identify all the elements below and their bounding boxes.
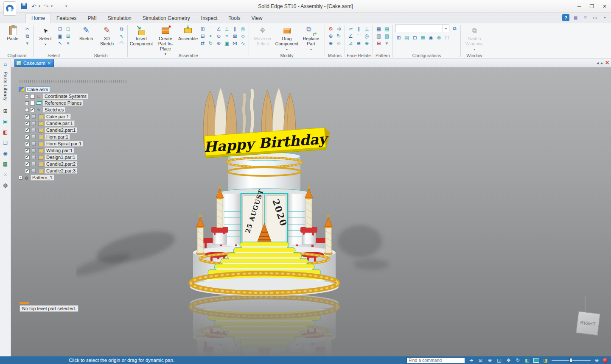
restore-button[interactable]: ❐ [586, 1, 598, 11]
visibility-checkbox[interactable] [25, 169, 30, 173]
tree-item-part[interactable]: Candle2.par:2 [25, 161, 126, 167]
tab-inspect[interactable]: Inspect [196, 14, 223, 23]
perpendicular-face-icon[interactable]: ⊥ [363, 25, 370, 32]
tree-item-label[interactable]: Candle2.par:1 [45, 127, 77, 133]
tree-item-reference-planes[interactable]: + Reference Planes [25, 100, 126, 106]
assemble-button[interactable]: Assemble [178, 25, 198, 42]
rotate-relation-icon[interactable]: ↻ [207, 40, 214, 47]
tree-item-label[interactable]: Cake.par:1 [45, 114, 71, 119]
select-visible-icon[interactable]: ◻ [64, 25, 72, 32]
swap-icon[interactable]: ⇄ [199, 40, 206, 47]
tab-scroll-left-icon[interactable]: ◂ [597, 61, 599, 65]
concentric-icon[interactable]: ◎ [239, 25, 247, 32]
pattern-circular-icon[interactable]: ▤ [383, 25, 390, 32]
move-on-select-button[interactable]: ✥ Move on Select [251, 25, 274, 47]
visibility-checkbox[interactable] [30, 108, 35, 112]
tab-simulation[interactable]: Simulation [102, 14, 137, 23]
axial-align-icon[interactable]: ⊙ [215, 33, 222, 39]
addins-icon[interactable]: ⁙ [2, 171, 9, 178]
center-icon[interactable]: ⌖ [207, 33, 214, 39]
layers-icon[interactable]: ❏ [2, 139, 9, 147]
select-inside-icon[interactable]: ▣ [56, 33, 64, 39]
visibility-checkbox[interactable] [25, 148, 30, 153]
select-options-caret[interactable]: ▾ [64, 40, 72, 47]
offset-face-icon[interactable]: ⊿ [347, 40, 354, 47]
tab-tools[interactable]: Tools [223, 14, 246, 23]
feature-library-icon[interactable]: ◧ [2, 128, 9, 136]
rotate-view-icon[interactable]: ↻ [515, 357, 521, 364]
pattern-options-caret[interactable]: ▾ [383, 40, 390, 47]
visibility-checkbox[interactable] [25, 142, 30, 146]
find-command-input[interactable] [406, 357, 465, 363]
expand-icon[interactable]: + [25, 108, 29, 112]
tree-item-part[interactable]: Writing.par:1 [25, 147, 126, 154]
zoom-out-icon[interactable]: ⊖ [594, 357, 600, 364]
application-button[interactable] [3, 1, 16, 16]
tree-item-part[interactable]: Candle.par:1 [25, 120, 126, 127]
display-configurations-icon[interactable]: ⧉ [451, 25, 458, 32]
variables-icon[interactable]: ▤ [2, 160, 9, 168]
pattern-delete-icon[interactable]: ⊟ [375, 40, 382, 47]
customize-qat-caret[interactable]: ▾ [65, 4, 67, 8]
cam-relation-icon[interactable]: ∿ [239, 40, 247, 47]
insert-relation-icon[interactable]: ⊠ [231, 33, 238, 39]
visibility-checkbox[interactable] [30, 101, 35, 106]
mate-icon[interactable]: ⊟ [199, 33, 206, 39]
simulate-motor-icon[interactable]: ↻ [335, 33, 342, 39]
fit-view-icon[interactable]: ◱ [496, 357, 502, 364]
close-button[interactable]: ✕ [598, 1, 611, 11]
linear-motor-icon[interactable]: ⇉ [335, 25, 342, 32]
parts-library-tab[interactable]: Parts Library [3, 72, 8, 101]
tab-scroll-right-icon[interactable]: ▸ [601, 61, 603, 65]
switch-windows-button[interactable]: ⧉ Switch Windows [463, 25, 486, 52]
cake-model[interactable]: Happy Birthday [76, 84, 450, 356]
cut-icon[interactable]: ✂ [24, 25, 31, 32]
tree-item-label[interactable]: Candle2.par:3 [45, 168, 77, 174]
pattern-along-curve-icon[interactable]: ▥ [375, 33, 382, 39]
visibility-checkbox[interactable] [30, 94, 35, 99]
match-icon[interactable]: ▣ [223, 40, 230, 47]
motor-limits-icon[interactable]: ⊕ [327, 40, 334, 47]
review-icon[interactable]: ⊚ [435, 34, 443, 41]
view-orientation-cube[interactable]: RIGHT [576, 311, 600, 336]
family-of-assemblies-icon[interactable]: ⊞ [2, 107, 9, 115]
zoom-slider-thumb[interactable] [569, 358, 572, 363]
tab-simulation-geometry[interactable]: Simulation Geometry [137, 14, 196, 23]
zoom-slider[interactable] [552, 360, 591, 361]
tree-item-label[interactable]: Reference Planes [43, 100, 83, 106]
tree-item-label[interactable]: Design1.par:1 [45, 154, 77, 160]
zones-icon[interactable]: ▤ [403, 34, 410, 41]
sketch-3d-button[interactable]: ✎ 3D Sketch [97, 25, 117, 47]
command-go-icon[interactable]: ➜ [468, 357, 474, 364]
viewport-3d[interactable]: Happy Birthday [11, 67, 611, 356]
zoom-area-icon[interactable]: ⊡ [477, 357, 484, 364]
tangent-icon[interactable]: ⌒ [207, 25, 214, 32]
perpendicular-icon[interactable]: ⊥ [223, 25, 230, 32]
sketch-button[interactable]: ✎ Sketch [76, 25, 96, 42]
redo-button[interactable]: ↷ [42, 2, 50, 11]
minimize-button[interactable]: ─ [573, 1, 586, 11]
select-component-icon[interactable]: ↖ [56, 40, 64, 47]
tree-item-part[interactable]: Candle2.par:1 [25, 127, 126, 133]
rigid-icon[interactable]: ◇ [239, 33, 247, 39]
tree-item-label[interactable]: Pattern_1 [31, 175, 54, 181]
copy-icon[interactable]: ⧉ [24, 33, 31, 39]
config-more-icon[interactable]: ⬚ [443, 34, 451, 41]
visibility-checkbox[interactable] [25, 162, 30, 167]
tree-item-label[interactable]: Candle2.par:2 [45, 161, 77, 167]
exploded-view-icon[interactable]: ⊟ [411, 34, 418, 41]
tree-item-part[interactable]: Candle2.par:3 [25, 167, 126, 174]
tab-home[interactable]: Home [25, 14, 51, 23]
window-layout-icon[interactable]: ◨ [542, 357, 549, 364]
sensors-icon[interactable]: ◉ [2, 150, 9, 157]
document-tab-cake-asm[interactable]: Cake.asm ✕ [14, 59, 54, 67]
flash-fit-icon[interactable]: ⊞ [199, 25, 206, 32]
equal-face-icon[interactable]: ≅ [355, 40, 362, 47]
pathfinder-root[interactable]: Cake.asm [19, 86, 126, 93]
sketch-arc-icon[interactable]: ◠ [118, 40, 125, 47]
motor-group-icon[interactable]: ⊚ [327, 33, 334, 39]
image-capture-icon[interactable]: ▣ [2, 118, 9, 125]
gear-relation-icon[interactable]: ⊛ [215, 40, 222, 47]
save-button[interactable] [20, 2, 28, 11]
pan-icon[interactable]: ✥ [505, 357, 512, 364]
